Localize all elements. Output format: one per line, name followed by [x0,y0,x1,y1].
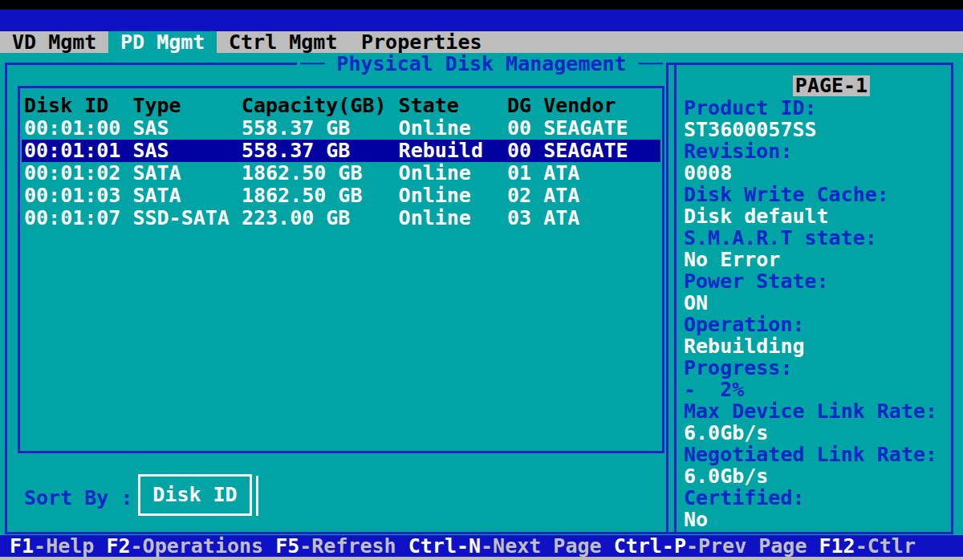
app-title-bar: PERC H310 Mini BIOS Configuration Utilit… [0,10,963,31]
table-row[interactable]: 00:01:01 SAS 558.37 GB Rebuild 00 SEAGAT… [22,140,660,162]
detail-value: 6.0Gb/s [684,465,952,487]
detail-value: 6.0Gb/s [684,422,952,444]
fkey-desc: -Ctlr [855,534,916,558]
fkey-ctrl-n: Ctrl-N [408,534,481,558]
top-black-strip [0,0,963,10]
detail-label: Power State: [684,270,952,292]
sort-by-label: Sort By : [24,487,132,509]
detail-value: 0008 [684,162,952,184]
fkey-f2: F2 [106,534,130,558]
panel-divider-line [674,63,677,534]
sort-box-shadow [256,476,258,516]
detail-label: Operation: [684,314,952,335]
fkey-desc: -Next Page [481,534,614,558]
fkey-f1: F1 [10,534,34,558]
detail-label: Certified: [684,487,952,509]
detail-label: Progress: [684,357,952,379]
menu-bar: VD MgmtPD MgmtCtrl MgmtProperties [0,31,963,53]
detail-label: Product ID: [684,97,952,119]
disk-table: Disk ID Type Capacity(GB) State DG Vendo… [22,95,660,229]
detail-label: S.M.A.R.T state: [684,227,952,249]
fkey-ctrl-p: Ctrl-P [614,534,686,558]
detail-value: Disk default [684,205,952,227]
table-row[interactable]: 00:01:03 SATA 1862.50 GB Online 02 ATA [22,185,660,207]
function-key-bar: F1-Help F2-Operations F5-Refresh Ctrl-N-… [0,535,963,557]
menu-tab-ctrl-mgmt[interactable]: Ctrl Mgmt [229,31,337,53]
fkey-desc: -Help [34,534,106,558]
menu-tab-pd-mgmt[interactable]: PD Mgmt [108,31,217,53]
detail-value: No [684,509,952,530]
table-row[interactable]: 00:01:00 SAS 558.37 GB Online 00 SEAGATE [22,117,660,140]
fkey-desc: -Operations [131,534,276,558]
table-row[interactable]: 00:01:07 SSD-SATA 223.00 GB Online 03 AT… [22,207,660,229]
detail-value: - 2% [684,379,952,400]
bottom-gray-strip [0,557,963,560]
fkey-desc: -Refresh [299,534,408,558]
detail-value: ON [684,292,952,314]
fkey-f5: F5 [275,534,299,558]
bios-screen: PERC H310 Mini BIOS Configuration Utilit… [0,0,963,560]
detail-value: Rebuilding [684,335,952,357]
detail-label: Disk Write Cache: [684,184,952,205]
sort-by-selector[interactable]: Disk ID [138,474,252,516]
disk-details-panel: Product ID:ST3600057SSRevision:0008Disk … [684,97,952,530]
table-header-row: Disk ID Type Capacity(GB) State DG Vendo… [22,95,660,117]
detail-value: No Error [684,249,952,270]
menu-tab-properties[interactable]: Properties [361,31,482,53]
detail-label: Negotiated Link Rate: [684,444,952,465]
fkey-desc: -Prev Page [686,534,819,558]
panel-title: ── Physical Disk Management ── [297,53,666,75]
detail-value: ST3600057SS [684,119,952,140]
panel-title-wrap: ── Physical Disk Management ── [0,52,963,74]
detail-label: Revision: [684,140,952,162]
menu-tab-vd-mgmt[interactable]: VD Mgmt [12,31,96,53]
detail-label: Max Device Link Rate: [684,400,952,422]
panel-divider-line [666,63,668,534]
fkey-f12: F12 [819,534,855,558]
page-badge: PAGE-1 [793,75,870,96]
table-row[interactable]: 00:01:02 SATA 1862.50 GB Online 01 ATA [22,162,660,185]
